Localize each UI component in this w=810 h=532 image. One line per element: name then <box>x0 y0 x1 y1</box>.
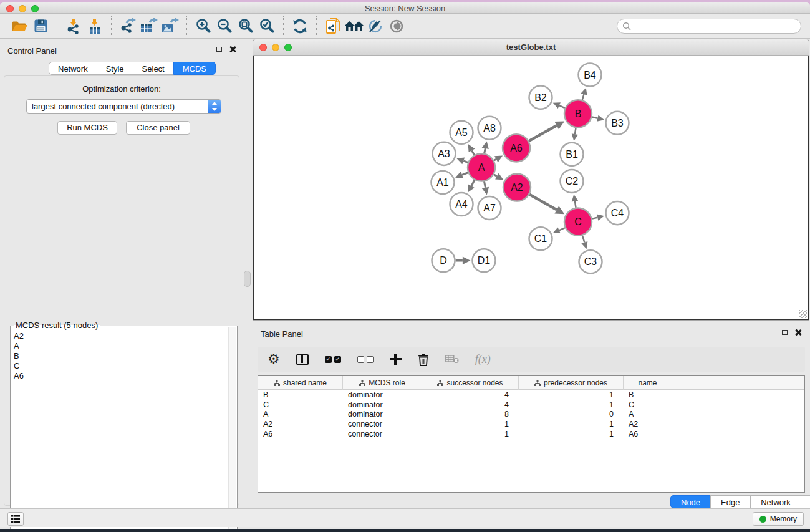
zoom-selected-button[interactable] <box>256 16 277 36</box>
graph-edge-B-B3[interactable] <box>592 117 597 118</box>
table-cell[interactable]: 1 <box>519 420 624 428</box>
column-header-successor-nodes[interactable]: successor nodes <box>422 376 519 390</box>
table-cell[interactable]: B <box>624 390 672 399</box>
window-resize-grip[interactable] <box>799 310 807 318</box>
graph-node-C[interactable]: C <box>564 208 592 236</box>
graph-edge-A-A4[interactable] <box>471 180 475 186</box>
table-cell[interactable]: connector <box>343 430 422 438</box>
table-row[interactable]: Adominator80A <box>258 409 804 419</box>
table-row[interactable]: Bdominator41B <box>258 390 804 400</box>
graph-edge-C-C1[interactable] <box>559 228 565 230</box>
graph-edge-C-C4[interactable] <box>592 218 597 219</box>
table-cell[interactable]: C <box>624 400 672 409</box>
table-cell[interactable]: B <box>258 390 343 399</box>
column-header-mcds-role[interactable]: MCDS role <box>343 376 422 390</box>
graph-node-A8[interactable]: A8 <box>478 117 501 140</box>
hide-annotations-button[interactable] <box>365 16 386 36</box>
graph-edge-A-A5[interactable] <box>472 150 475 155</box>
graph-node-B3[interactable]: B3 <box>606 112 629 135</box>
tab-style[interactable]: Style <box>97 62 133 75</box>
export-table-button[interactable] <box>138 16 160 36</box>
memory-button[interactable]: Memory <box>753 512 804 526</box>
show-hide-graphics-button[interactable] <box>386 16 407 36</box>
deselect-all-button[interactable] <box>357 356 374 363</box>
zoom-out-button[interactable] <box>214 16 235 36</box>
search-input[interactable] <box>634 21 796 31</box>
search-field[interactable] <box>617 19 801 34</box>
column-header-predecessor-nodes[interactable]: predecessor nodes <box>519 376 624 390</box>
table-cell[interactable]: A6 <box>258 430 343 438</box>
export-network-button[interactable] <box>117 16 138 36</box>
zoom-in-button[interactable] <box>193 16 214 36</box>
graph-node-A1[interactable]: A1 <box>432 171 455 194</box>
refresh-button[interactable] <box>289 16 311 36</box>
graph-node-A2[interactable]: A2 <box>503 173 531 201</box>
import-network-button[interactable] <box>63 16 84 36</box>
graph-node-C3[interactable]: C3 <box>579 250 602 273</box>
mcds-result-item[interactable]: A2 <box>14 331 227 341</box>
table-cell[interactable]: A2 <box>624 420 672 428</box>
save-session-button[interactable] <box>30 16 51 36</box>
graph-node-B2[interactable]: B2 <box>529 86 552 109</box>
table-cell[interactable]: A <box>258 410 343 418</box>
open-session-button[interactable] <box>9 16 30 36</box>
function-builder-button[interactable]: f(x) <box>475 353 491 366</box>
table-row[interactable]: A2connector11A2 <box>258 419 804 429</box>
tab-select[interactable]: Select <box>133 62 174 75</box>
import-table-button[interactable] <box>84 16 105 36</box>
tab-node-table[interactable]: Node Table <box>670 495 711 508</box>
criterion-dropdown[interactable]: largest connected component (directed) <box>26 99 221 114</box>
table-cell[interactable]: connector <box>343 420 422 428</box>
show-columns-button[interactable] <box>296 354 309 365</box>
tab-motifs[interactable]: Motifs <box>801 495 810 508</box>
close-table-panel-icon[interactable] <box>795 329 801 336</box>
float-panel-icon[interactable] <box>216 47 222 52</box>
show-task-history-button[interactable] <box>7 512 24 526</box>
result-scrollbar[interactable] <box>228 327 236 532</box>
graph-edge-A-A3[interactable] <box>463 161 468 163</box>
graph-node-A[interactable]: A <box>468 153 495 181</box>
split-handle[interactable] <box>244 271 251 287</box>
tab-mcds[interactable]: MCDS <box>173 62 216 75</box>
graph-edge-A-A7[interactable] <box>485 181 486 188</box>
float-table-panel-icon[interactable] <box>782 330 788 335</box>
table-cell[interactable]: 1 <box>519 390 624 399</box>
delete-table-button[interactable] <box>445 355 459 364</box>
graph-edge-A-A6[interactable] <box>494 159 496 160</box>
table-settings-button[interactable]: ⚙ <box>268 352 280 366</box>
mcds-result-item[interactable]: A <box>14 341 227 351</box>
network-canvas[interactable]: AA1A2A3A4A5A6A7A8BB1B2B3B4CC1C2C3C4DD1 <box>253 56 809 320</box>
new-network-from-selection-button[interactable] <box>322 16 344 36</box>
add-column-button[interactable] <box>390 354 402 365</box>
table-cell[interactable]: 4 <box>422 390 519 399</box>
tab-network[interactable]: Network <box>49 62 97 75</box>
mcds-result-item[interactable]: B <box>14 351 227 361</box>
select-all-button[interactable]: ✓✓ <box>325 356 341 363</box>
table-cell[interactable]: 0 <box>519 410 624 418</box>
table-row[interactable]: A6connector11A6 <box>258 429 804 439</box>
table-cell[interactable]: A <box>624 410 672 418</box>
table-cell[interactable]: A2 <box>258 420 343 428</box>
graph-edge-B-B1[interactable] <box>575 128 576 134</box>
close-panel-button[interactable]: Close panel <box>126 121 190 135</box>
table-row[interactable]: Cdominator41C <box>258 400 804 410</box>
graph-node-C4[interactable]: C4 <box>606 201 629 225</box>
column-header-name[interactable]: name <box>624 376 672 390</box>
mcds-result-item[interactable]: C <box>14 361 227 371</box>
zoom-fit-button[interactable] <box>235 16 256 36</box>
table-cell[interactable]: 8 <box>422 410 519 418</box>
graph-node-C2[interactable]: C2 <box>561 170 584 193</box>
table-cell[interactable]: 1 <box>519 430 624 438</box>
mcds-result-item[interactable]: A6 <box>14 371 227 381</box>
graph-node-A7[interactable]: A7 <box>478 196 501 220</box>
table-cell[interactable]: dominator <box>343 400 422 409</box>
graph-edge-B-B4[interactable] <box>582 94 584 100</box>
table-cell[interactable]: C <box>258 400 343 409</box>
graph-node-B4[interactable]: B4 <box>579 64 602 87</box>
table-cell[interactable]: 1 <box>519 400 624 409</box>
table-cell[interactable]: 1 <box>422 430 519 438</box>
vertical-split-divider[interactable] <box>243 39 253 508</box>
graph-node-C1[interactable]: C1 <box>529 227 552 250</box>
column-header-shared-name[interactable]: shared name <box>258 376 343 390</box>
table-cell[interactable]: dominator <box>343 390 422 399</box>
